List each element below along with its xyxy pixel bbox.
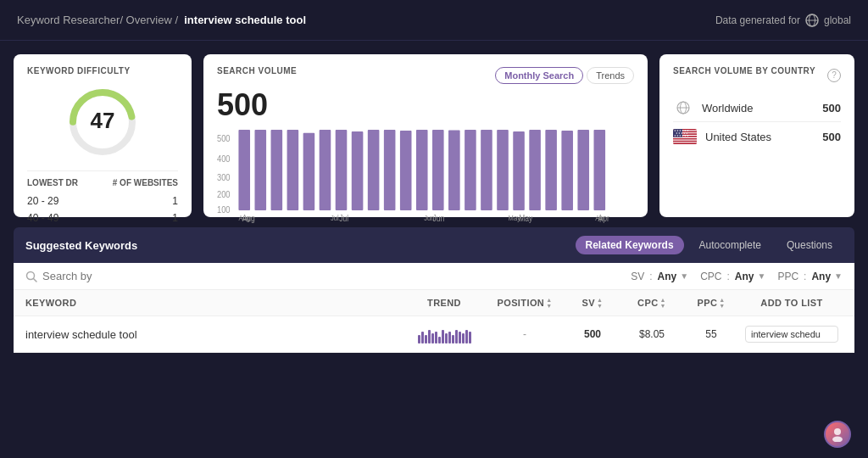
sv-header: SEARCH VOLUME Monthly Search Trends	[217, 66, 634, 84]
td-ppc: 55	[682, 328, 741, 340]
svg-text:400: 400	[217, 154, 231, 164]
cpc-filter-value: Any	[735, 271, 754, 282]
svg-rect-28	[416, 130, 428, 210]
trend-bar-item	[455, 330, 458, 344]
td-trend	[402, 325, 487, 344]
svg-rect-18	[254, 130, 266, 210]
keyword-table: KEYWORD TREND POSITION ▲▼ SV ▲▼ CPC ▲▼ P…	[14, 290, 854, 353]
svg-rect-17	[238, 130, 250, 210]
trend-bar-item	[428, 330, 431, 344]
sv-filter[interactable]: SV : Any ▼	[631, 271, 688, 282]
th-position[interactable]: POSITION ▲▼	[487, 297, 563, 309]
th-keyword: KEYWORD	[25, 298, 402, 308]
svg-rect-37	[561, 131, 573, 210]
svg-rect-21	[303, 133, 315, 210]
trend-bar-item	[442, 330, 444, 344]
trend-bar-item	[425, 335, 427, 344]
country-card-header: SEARCH VOLUME BY COUNTRY ?	[673, 66, 841, 84]
svg-text:300: 300	[217, 172, 231, 182]
svg-rect-38	[577, 130, 589, 210]
worldwide-value: 500	[822, 102, 841, 114]
avatar[interactable]	[824, 421, 851, 448]
trend-bar-item	[448, 332, 451, 344]
svg-text:2017: 2017	[234, 221, 248, 223]
svg-text:500: 500	[217, 133, 231, 143]
tab-questions[interactable]: Questions	[776, 236, 843, 254]
donut-container: 47	[27, 84, 178, 160]
ppc-filter[interactable]: PPC : Any ▼	[777, 271, 843, 282]
add-to-list-input[interactable]	[745, 326, 838, 343]
table-header: KEYWORD TREND POSITION ▲▼ SV ▲▼ CPC ▲▼ P…	[14, 290, 854, 316]
sv-filter-label: SV	[631, 271, 644, 282]
th-cpc[interactable]: CPC ▲▼	[622, 297, 682, 309]
bar-chart-svg: 500 400 300 200 100 Aug 2017 Jul Jun May…	[217, 130, 634, 223]
svg-point-72	[834, 428, 841, 435]
svg-rect-35	[529, 130, 541, 210]
trend-bar-item	[445, 333, 448, 344]
svg-rect-33	[497, 130, 509, 210]
th-trend: TREND	[402, 298, 487, 308]
ppc-filter-label: PPC	[777, 271, 798, 282]
search-input[interactable]	[42, 270, 631, 282]
tab-monthly-search[interactable]: Monthly Search	[495, 67, 583, 84]
search-box	[25, 270, 631, 282]
td-position: -	[487, 328, 563, 340]
cpc-sort-icon: ▲▼	[660, 297, 666, 309]
region-label: global	[824, 14, 851, 26]
cpc-filter[interactable]: CPC : Any ▼	[700, 271, 765, 282]
country-row-worldwide: Worldwide 500	[673, 94, 841, 122]
sv-chevron-icon: ▼	[680, 271, 688, 281]
svg-rect-20	[287, 130, 299, 210]
sv-sort-icon: ▲▼	[597, 297, 603, 309]
worldwide-flag-icon	[673, 101, 693, 114]
worldwide-label: Worldwide	[702, 102, 814, 114]
svg-line-71	[34, 278, 37, 282]
search-icon	[25, 271, 37, 282]
svg-rect-25	[368, 130, 380, 210]
cpc-chevron-icon: ▼	[757, 271, 765, 281]
breadcrumb: Keyword Researcher/ Overview / interview…	[17, 14, 306, 26]
ppc-filter-value: Any	[811, 271, 831, 282]
websites-header: # OF WEBSITES	[113, 178, 178, 187]
th-ppc[interactable]: PPC ▲▼	[682, 297, 741, 309]
country-row-us: ★★★★★★ ★★★★★ ★★★★★★ United States 500	[673, 122, 841, 151]
chart-area: 500 400 300 200 100 Aug 2017 Jul Jun May…	[217, 130, 634, 223]
svg-rect-64	[673, 142, 697, 142]
tab-related-keywords[interactable]: Related Keywords	[576, 236, 684, 254]
sv-filter-value: Any	[658, 271, 677, 282]
td-addlist	[741, 326, 843, 343]
trend-bar-item	[418, 335, 420, 344]
us-value: 500	[822, 131, 841, 143]
ppc-sort-icon: ▲▼	[719, 297, 725, 309]
svg-rect-30	[448, 130, 460, 210]
svg-rect-65	[673, 143, 697, 144]
difficulty-donut: 47	[64, 84, 141, 160]
cards-row: KEYWORD DIFFICULTY 47 LOWEST DR # OF WEB…	[0, 41, 868, 227]
trend-bar-item	[465, 330, 468, 344]
th-cpc-label: CPC	[637, 298, 658, 308]
search-volume-card: SEARCH VOLUME Monthly Search Trends 500 …	[203, 54, 648, 217]
help-icon[interactable]: ?	[827, 69, 841, 82]
trend-bar-item	[431, 333, 434, 344]
tab-trends[interactable]: Trends	[587, 67, 634, 84]
us-label: United States	[705, 131, 814, 143]
svg-rect-29	[432, 130, 444, 210]
sv-tabs: Monthly Search Trends	[495, 67, 634, 84]
th-sv[interactable]: SV ▲▼	[563, 297, 622, 309]
svg-rect-61	[673, 138, 697, 139]
us-flag-icon: ★★★★★★ ★★★★★ ★★★★★★	[673, 129, 697, 144]
country-card-title: SEARCH VOLUME BY COUNTRY	[673, 66, 815, 75]
svg-rect-24	[352, 131, 364, 210]
svg-rect-62	[673, 139, 697, 140]
svg-text:★★★★★★: ★★★★★★	[674, 134, 689, 137]
suggested-bar: Suggested Keywords Related Keywords Auto…	[14, 227, 854, 263]
data-generated-label: Data generated for	[715, 14, 800, 26]
header: Keyword Researcher/ Overview / interview…	[0, 0, 868, 41]
trend-bars	[418, 325, 471, 344]
sv-card-title: SEARCH VOLUME	[217, 66, 297, 75]
breadcrumb-pre: Keyword Researcher/ Overview /	[17, 14, 178, 26]
trend-bar-item	[469, 332, 471, 344]
svg-text:2019: 2019	[420, 221, 434, 223]
svg-rect-31	[465, 130, 476, 210]
tab-autocomplete[interactable]: Autocomplete	[689, 236, 771, 254]
